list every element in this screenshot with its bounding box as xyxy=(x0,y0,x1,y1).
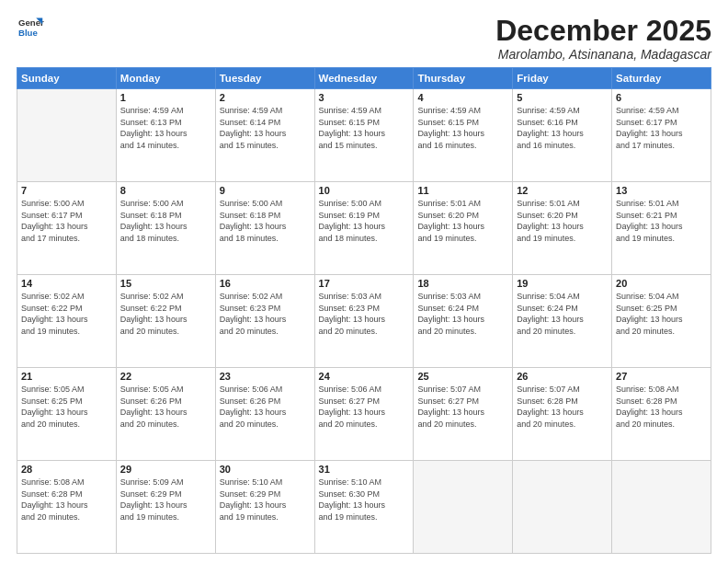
calendar-cell: 16Sunrise: 5:02 AM Sunset: 6:23 PM Dayli… xyxy=(215,275,314,368)
day-info: Sunrise: 5:04 AM Sunset: 6:24 PM Dayligh… xyxy=(517,291,608,337)
calendar-cell: 5Sunrise: 4:59 AM Sunset: 6:16 PM Daylig… xyxy=(513,89,612,182)
day-info: Sunrise: 5:02 AM Sunset: 6:22 PM Dayligh… xyxy=(21,291,112,337)
logo: General Blue xyxy=(17,15,44,40)
day-number: 29 xyxy=(120,464,211,475)
calendar-cell xyxy=(612,461,711,554)
week-row-5: 28Sunrise: 5:08 AM Sunset: 6:28 PM Dayli… xyxy=(17,461,711,554)
weekday-header-friday: Friday xyxy=(513,68,612,89)
logo-icon: General Blue xyxy=(18,15,44,40)
day-number: 20 xyxy=(616,278,707,289)
day-info: Sunrise: 5:01 AM Sunset: 6:21 PM Dayligh… xyxy=(616,198,707,244)
day-number: 19 xyxy=(517,278,608,289)
day-number: 24 xyxy=(319,371,410,382)
calendar-cell: 12Sunrise: 5:01 AM Sunset: 6:20 PM Dayli… xyxy=(513,182,612,275)
calendar-cell: 11Sunrise: 5:01 AM Sunset: 6:20 PM Dayli… xyxy=(414,182,513,275)
calendar-table: SundayMondayTuesdayWednesdayThursdayFrid… xyxy=(17,67,711,554)
day-number: 11 xyxy=(417,185,508,196)
day-info: Sunrise: 5:08 AM Sunset: 6:28 PM Dayligh… xyxy=(616,384,707,430)
weekday-header-row: SundayMondayTuesdayWednesdayThursdayFrid… xyxy=(17,68,711,89)
calendar-cell: 14Sunrise: 5:02 AM Sunset: 6:22 PM Dayli… xyxy=(17,275,117,368)
calendar-cell: 8Sunrise: 5:00 AM Sunset: 6:18 PM Daylig… xyxy=(116,182,215,275)
day-number: 9 xyxy=(220,185,311,196)
location-subtitle: Marolambo, Atsinanana, Madagascar xyxy=(495,47,711,62)
weekday-header-sunday: Sunday xyxy=(17,68,117,89)
day-number: 30 xyxy=(220,464,311,475)
day-info: Sunrise: 5:00 AM Sunset: 6:19 PM Dayligh… xyxy=(319,198,410,244)
calendar-cell: 21Sunrise: 5:05 AM Sunset: 6:25 PM Dayli… xyxy=(17,368,117,461)
day-info: Sunrise: 5:01 AM Sunset: 6:20 PM Dayligh… xyxy=(517,198,608,244)
day-info: Sunrise: 5:03 AM Sunset: 6:23 PM Dayligh… xyxy=(319,291,410,337)
calendar-cell: 31Sunrise: 5:10 AM Sunset: 6:30 PM Dayli… xyxy=(314,461,414,554)
day-number: 1 xyxy=(120,92,211,103)
calendar-cell: 18Sunrise: 5:03 AM Sunset: 6:24 PM Dayli… xyxy=(414,275,513,368)
weekday-header-wednesday: Wednesday xyxy=(314,68,414,89)
calendar-cell: 3Sunrise: 4:59 AM Sunset: 6:15 PM Daylig… xyxy=(314,89,414,182)
weekday-header-monday: Monday xyxy=(116,68,215,89)
calendar-cell: 6Sunrise: 4:59 AM Sunset: 6:17 PM Daylig… xyxy=(612,89,711,182)
day-info: Sunrise: 5:09 AM Sunset: 6:29 PM Dayligh… xyxy=(120,477,211,523)
day-number: 8 xyxy=(120,185,211,196)
calendar-cell: 27Sunrise: 5:08 AM Sunset: 6:28 PM Dayli… xyxy=(612,368,711,461)
calendar-cell xyxy=(414,461,513,554)
day-number: 23 xyxy=(220,371,311,382)
day-info: Sunrise: 5:05 AM Sunset: 6:25 PM Dayligh… xyxy=(21,384,112,430)
weekday-header-saturday: Saturday xyxy=(612,68,711,89)
day-info: Sunrise: 4:59 AM Sunset: 6:15 PM Dayligh… xyxy=(319,105,410,151)
day-number: 16 xyxy=(220,278,311,289)
day-number: 7 xyxy=(21,185,112,196)
calendar-cell: 25Sunrise: 5:07 AM Sunset: 6:27 PM Dayli… xyxy=(414,368,513,461)
calendar-cell: 15Sunrise: 5:02 AM Sunset: 6:22 PM Dayli… xyxy=(116,275,215,368)
day-info: Sunrise: 5:00 AM Sunset: 6:18 PM Dayligh… xyxy=(220,198,311,244)
week-row-4: 21Sunrise: 5:05 AM Sunset: 6:25 PM Dayli… xyxy=(17,368,711,461)
calendar-cell: 1Sunrise: 4:59 AM Sunset: 6:13 PM Daylig… xyxy=(116,89,215,182)
day-info: Sunrise: 5:07 AM Sunset: 6:27 PM Dayligh… xyxy=(417,384,508,430)
day-number: 5 xyxy=(517,92,608,103)
calendar-cell: 10Sunrise: 5:00 AM Sunset: 6:19 PM Dayli… xyxy=(314,182,414,275)
day-number: 18 xyxy=(417,278,508,289)
day-info: Sunrise: 5:03 AM Sunset: 6:24 PM Dayligh… xyxy=(417,291,508,337)
day-number: 27 xyxy=(616,371,707,382)
calendar-cell: 22Sunrise: 5:05 AM Sunset: 6:26 PM Dayli… xyxy=(116,368,215,461)
calendar-cell: 26Sunrise: 5:07 AM Sunset: 6:28 PM Dayli… xyxy=(513,368,612,461)
calendar-cell xyxy=(513,461,612,554)
day-number: 6 xyxy=(616,92,707,103)
day-info: Sunrise: 4:59 AM Sunset: 6:17 PM Dayligh… xyxy=(616,105,707,151)
day-info: Sunrise: 5:02 AM Sunset: 6:22 PM Dayligh… xyxy=(120,291,211,337)
day-info: Sunrise: 4:59 AM Sunset: 6:13 PM Dayligh… xyxy=(120,105,211,151)
svg-text:Blue: Blue xyxy=(18,28,38,38)
weekday-header-tuesday: Tuesday xyxy=(215,68,314,89)
calendar-cell xyxy=(17,89,117,182)
day-info: Sunrise: 4:59 AM Sunset: 6:16 PM Dayligh… xyxy=(517,105,608,151)
calendar-cell: 20Sunrise: 5:04 AM Sunset: 6:25 PM Dayli… xyxy=(612,275,711,368)
week-row-1: 1Sunrise: 4:59 AM Sunset: 6:13 PM Daylig… xyxy=(17,89,711,182)
day-info: Sunrise: 4:59 AM Sunset: 6:15 PM Dayligh… xyxy=(417,105,508,151)
page-header: General Blue December 2025 Marolambo, At… xyxy=(17,15,711,62)
day-info: Sunrise: 5:06 AM Sunset: 6:26 PM Dayligh… xyxy=(220,384,311,430)
calendar-cell: 24Sunrise: 5:06 AM Sunset: 6:27 PM Dayli… xyxy=(314,368,414,461)
day-info: Sunrise: 5:04 AM Sunset: 6:25 PM Dayligh… xyxy=(616,291,707,337)
calendar-cell: 30Sunrise: 5:10 AM Sunset: 6:29 PM Dayli… xyxy=(215,461,314,554)
day-number: 31 xyxy=(319,464,410,475)
day-info: Sunrise: 5:02 AM Sunset: 6:23 PM Dayligh… xyxy=(220,291,311,337)
day-info: Sunrise: 5:10 AM Sunset: 6:30 PM Dayligh… xyxy=(319,477,410,523)
title-block: December 2025 Marolambo, Atsinanana, Mad… xyxy=(495,15,711,62)
month-year-title: December 2025 xyxy=(495,15,711,47)
day-number: 2 xyxy=(220,92,311,103)
calendar-cell: 19Sunrise: 5:04 AM Sunset: 6:24 PM Dayli… xyxy=(513,275,612,368)
day-number: 14 xyxy=(21,278,112,289)
day-info: Sunrise: 5:07 AM Sunset: 6:28 PM Dayligh… xyxy=(517,384,608,430)
day-number: 15 xyxy=(120,278,211,289)
day-number: 12 xyxy=(517,185,608,196)
day-number: 26 xyxy=(517,371,608,382)
calendar-cell: 29Sunrise: 5:09 AM Sunset: 6:29 PM Dayli… xyxy=(116,461,215,554)
weekday-header-thursday: Thursday xyxy=(414,68,513,89)
calendar-cell: 2Sunrise: 4:59 AM Sunset: 6:14 PM Daylig… xyxy=(215,89,314,182)
day-number: 28 xyxy=(21,464,112,475)
day-number: 10 xyxy=(319,185,410,196)
day-info: Sunrise: 5:05 AM Sunset: 6:26 PM Dayligh… xyxy=(120,384,211,430)
calendar-cell: 4Sunrise: 4:59 AM Sunset: 6:15 PM Daylig… xyxy=(414,89,513,182)
calendar-cell: 13Sunrise: 5:01 AM Sunset: 6:21 PM Dayli… xyxy=(612,182,711,275)
day-number: 25 xyxy=(417,371,508,382)
day-number: 4 xyxy=(417,92,508,103)
week-row-3: 14Sunrise: 5:02 AM Sunset: 6:22 PM Dayli… xyxy=(17,275,711,368)
